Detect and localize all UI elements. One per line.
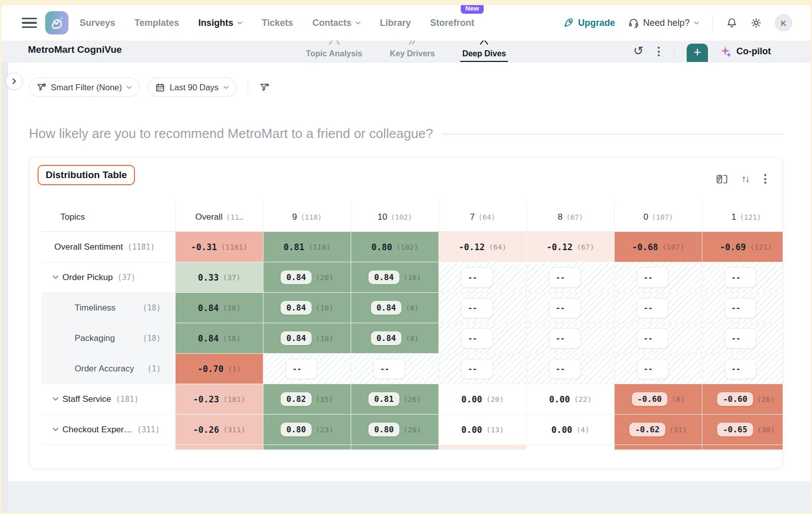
cell-value: 0.84 <box>286 272 306 282</box>
more-options-icon[interactable] <box>656 45 662 58</box>
value-pill: -0.65 <box>717 423 753 436</box>
nav-label: Templates <box>134 18 179 28</box>
column-header-9[interactable]: 9(118) <box>263 202 351 232</box>
topic-cell[interactable]: Order Pickup(37) <box>41 262 176 293</box>
nav-item-tickets[interactable]: Tickets <box>262 18 293 28</box>
column-header-7[interactable]: 7(64) <box>439 202 527 232</box>
add-filter-button[interactable] <box>259 82 270 93</box>
column-header-8[interactable]: 8(67) <box>527 202 615 232</box>
value-cell: -0.12(64) <box>439 232 527 262</box>
cell-value: 0.00 <box>461 425 482 435</box>
nav-item-contacts[interactable]: Contacts <box>313 18 361 28</box>
column-header-overall[interactable]: Overall(11… <box>176 202 263 232</box>
expand-chevron-icon[interactable] <box>52 275 59 280</box>
no-data-pill: -- <box>725 298 756 318</box>
column-header-10[interactable]: 10(102) <box>351 202 439 232</box>
topic-cell[interactable]: Staff Service(181) <box>41 384 176 415</box>
tab-topic-analysis[interactable]: Topic Analysis <box>304 41 364 62</box>
topic-count: (18) <box>143 334 161 343</box>
card-more-options-icon[interactable] <box>762 172 768 186</box>
topic-count: (37) <box>117 273 136 282</box>
nav-item-templates[interactable]: Templates <box>134 18 179 28</box>
value-cell: 0.84(20) <box>263 262 351 293</box>
topic-cell[interactable]: Checkout Exper…(311) <box>41 415 176 445</box>
cell-value: 0.82 <box>286 394 306 404</box>
topic-label: Overall Sentiment <box>54 242 123 252</box>
chevron-down-icon <box>223 86 229 89</box>
nav-item-surveys[interactable]: Surveys <box>80 18 115 28</box>
table-row: Staff Service(181)-0.23(181)0.82(35)0.81… <box>41 384 783 415</box>
value-cell-empty: -- <box>263 354 351 384</box>
nav-item-library[interactable]: Library <box>380 18 411 28</box>
add-widget-button[interactable]: + <box>687 44 708 63</box>
upgrade-button[interactable]: Upgrade <box>564 18 615 28</box>
value-cell-empty: -- <box>702 323 783 354</box>
value-cell-empty: -- <box>615 354 702 384</box>
column-count: (64) <box>478 213 495 221</box>
value-cell: -0.62(31) <box>615 415 702 445</box>
copilot-sparkle-icon <box>720 46 732 58</box>
tab-deep-dives[interactable]: Deep Dives <box>460 41 508 62</box>
copilot-button[interactable]: Co-pilot <box>720 46 771 58</box>
expand-panel-button[interactable] <box>6 73 23 90</box>
cell-value: -0.60 <box>723 394 747 404</box>
page-footer-strip <box>2 481 810 512</box>
expand-chevron-icon[interactable] <box>52 397 59 401</box>
cell-value: 0.84 <box>377 303 396 313</box>
no-data-pill: -- <box>549 298 581 318</box>
divider <box>248 81 248 93</box>
no-data-pill: -- <box>374 359 405 379</box>
divider <box>674 45 674 58</box>
filter-bar: Smart Filter (None) Last 90 Days <box>29 78 783 97</box>
column-count: (11… <box>226 213 244 221</box>
cell-value: -0.31 <box>191 242 217 252</box>
avatar[interactable]: K <box>775 14 792 31</box>
refresh-icon[interactable]: ↺ <box>633 45 644 57</box>
nav-label: Tickets <box>262 18 293 28</box>
column-header-topics[interactable]: Topics <box>41 202 176 232</box>
app-logo[interactable] <box>45 11 69 35</box>
notifications-button[interactable] <box>726 17 737 28</box>
date-range-dropdown[interactable]: Last 90 Days <box>148 78 236 97</box>
topic-cell: Overall Sentiment(1181) <box>41 232 176 262</box>
hamburger-menu-icon[interactable] <box>22 18 37 28</box>
settings-button[interactable] <box>751 17 762 28</box>
partial-cell <box>263 445 351 450</box>
cell-value: 0.84 <box>286 333 306 343</box>
compare-columns-icon[interactable] <box>716 174 728 184</box>
no-data-pill: -- <box>461 328 493 349</box>
cell-value: -0.12 <box>459 242 485 252</box>
smart-filter-dropdown[interactable]: Smart Filter (None) <box>29 78 140 97</box>
column-header-1[interactable]: 1(121) <box>702 202 783 232</box>
topic-count: (181) <box>116 395 139 404</box>
value-cell: 0.82(35) <box>263 384 351 415</box>
expand-chevron-icon[interactable] <box>52 427 59 432</box>
column-header-0[interactable]: 0(107) <box>615 202 702 232</box>
bell-icon <box>726 17 737 28</box>
nav-items: Surveys Templates Insights Tickets Conta… <box>80 18 475 28</box>
deep-dives-icon <box>479 41 489 49</box>
value-cell-empty: -- <box>351 354 439 384</box>
value-pill: 0.84 <box>371 331 402 345</box>
need-help-menu[interactable]: Need help? <box>628 18 699 28</box>
cell-value: -0.12 <box>547 242 572 252</box>
nav-item-storefront[interactable]: Storefront New <box>430 18 475 28</box>
sort-icon[interactable]: ↑↓ <box>741 174 749 185</box>
value-pill: -0.60 <box>632 392 667 406</box>
tab-key-drivers[interactable]: Key Drivers <box>388 41 437 62</box>
cell-count: (37) <box>223 273 241 282</box>
cell-value: -0.26 <box>193 425 219 435</box>
smart-filter-icon <box>37 83 46 92</box>
cell-count: (20) <box>316 273 333 282</box>
column-count: (67) <box>566 213 583 221</box>
sparrow-logo-icon <box>50 16 64 30</box>
cell-count: (35) <box>316 395 333 403</box>
value-cell: -0.68(107) <box>615 232 702 262</box>
cell-value: 0.81 <box>284 242 304 252</box>
topic-label: Order Pickup <box>62 272 113 283</box>
nav-item-insights[interactable]: Insights <box>198 18 243 28</box>
nav-label: Storefront <box>430 18 475 28</box>
cell-count: (311) <box>223 426 246 434</box>
card-actions: ↑↓ <box>716 172 768 186</box>
nav-label: Contacts <box>313 18 352 28</box>
